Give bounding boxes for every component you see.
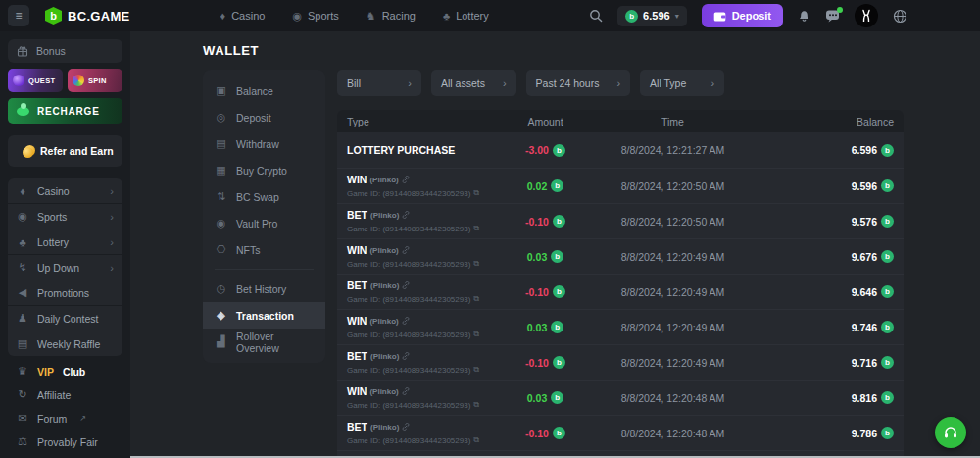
cell-amount: 0.03 b xyxy=(494,321,597,333)
copy-icon[interactable]: ⧉ xyxy=(473,330,479,339)
filter-dropdown[interactable]: Bill › xyxy=(337,70,421,96)
copy-icon[interactable]: ⧉ xyxy=(473,400,479,410)
link-icon[interactable] xyxy=(402,246,410,254)
notifications-button[interactable] xyxy=(798,9,810,23)
cell-type: WIN (Plinko) Game ID: (89144089344423052… xyxy=(347,315,494,339)
sidebar-item-forum[interactable]: ✉Forum↗ xyxy=(8,407,122,430)
column-header-balance: Balance xyxy=(749,116,894,127)
table-row[interactable]: BET (Plinko) Game ID: (89144089344423052… xyxy=(337,274,904,309)
cell-time: 8/8/2024, 12:20:49 AM xyxy=(597,251,749,263)
brand-logo[interactable]: b BC.GAME xyxy=(45,7,130,25)
sidebar-item-weekly-raffle[interactable]: ▤Weekly Raffle xyxy=(8,331,122,356)
copy-icon[interactable]: ⧉ xyxy=(473,259,479,269)
link-icon[interactable] xyxy=(402,281,410,289)
support-button[interactable] xyxy=(935,417,966,448)
table-row[interactable]: LOTTERY PURCHASE ⧉ -3.00 b 8/8/2024, 12:… xyxy=(337,132,904,168)
refer-and-earn-button[interactable]: Refer and Earn xyxy=(8,135,122,167)
wallet-nav-rollover-overview[interactable]: ▟Rollover Overview xyxy=(203,329,325,355)
sidebar-item-provably-fair[interactable]: ⚖Provably Fair xyxy=(8,431,122,453)
copy-icon[interactable]: ⧉ xyxy=(473,435,479,445)
sidebar-item-up-down[interactable]: ↯Up Down› xyxy=(8,255,122,280)
sidebar-item-label: Daily Contest xyxy=(37,313,98,325)
link-icon[interactable] xyxy=(402,387,410,395)
casino-icon: ♦ xyxy=(220,10,226,22)
game-name: (Plinko) xyxy=(369,176,398,184)
wallet-nav-bc-swap[interactable]: ⇅BC Swap xyxy=(203,183,325,210)
sidebar-item-label: Provably Fair xyxy=(37,436,98,448)
recharge-button[interactable]: RECHARGE xyxy=(8,98,122,124)
nav-casino[interactable]: ♦Casino xyxy=(220,10,266,23)
copy-icon[interactable]: ⧉ xyxy=(473,188,479,198)
table-row[interactable]: WIN (Plinko) Game ID: (89144089344423052… xyxy=(337,168,904,203)
divider xyxy=(215,269,314,270)
filter-dropdown[interactable]: Past 24 hours › xyxy=(526,70,630,96)
sidebar-menu: ♦Casino› ◉Sports› ♣Lottery› ↯Up Down› ◀P… xyxy=(8,178,122,356)
wallet-nav-bet-history[interactable]: ◷Bet History xyxy=(203,276,325,302)
sidebar-item-affiliate[interactable]: ↻Affiliate xyxy=(8,383,122,406)
deposit-label: Deposit xyxy=(732,10,771,22)
nav-racing[interactable]: ♞Racing xyxy=(367,10,416,23)
chevron-right-icon: › xyxy=(110,262,114,274)
buy-crypto-icon: ▦ xyxy=(215,164,227,177)
deposit-button[interactable]: Deposit xyxy=(702,4,783,27)
notification-dot xyxy=(837,7,843,13)
top-bar: ≡ b BC.GAME ♦Casino ◉Sports ♞Racing ♣Lot… xyxy=(0,0,980,31)
wallet-nav-buy-crypto[interactable]: ▦Buy Crypto xyxy=(203,157,325,183)
game-name: (Plinko) xyxy=(369,387,398,396)
chevron-down-icon: ▾ xyxy=(675,12,679,21)
copy-icon[interactable]: ⧉ xyxy=(473,365,479,375)
contest-icon: ♟ xyxy=(17,312,28,325)
table-row[interactable]: BET (Plinko) Game ID: (89144089344423052… xyxy=(337,344,904,380)
copy-icon[interactable]: ⧉ xyxy=(473,224,479,233)
wallet-nav-label: BC Swap xyxy=(236,191,279,203)
sidebar-item-casino[interactable]: ♦Casino› xyxy=(8,178,122,203)
sidebar-item-lottery[interactable]: ♣Lottery› xyxy=(8,229,122,254)
transaction-type: LOTTERY PURCHASE xyxy=(347,144,455,156)
avatar[interactable] xyxy=(855,4,878,27)
link-icon[interactable] xyxy=(402,317,410,325)
balance-value: 9.786 xyxy=(852,428,877,439)
table-row[interactable]: WIN (Plinko) Game ID: (89144089344423052… xyxy=(337,380,904,415)
wallet-nav-balance[interactable]: ▣Balance xyxy=(203,77,325,104)
spin-button[interactable]: SPIN xyxy=(68,69,122,92)
wallet-nav-withdraw[interactable]: ▤Withdraw xyxy=(203,130,325,157)
wallet-nav-deposit[interactable]: ◎Deposit xyxy=(203,104,325,130)
quest-button[interactable]: QUEST xyxy=(8,69,63,92)
cell-amount: -0.10 b xyxy=(494,285,597,298)
amount-value: -3.00 xyxy=(525,144,549,156)
wallet-nav-label: Rollover Overview xyxy=(236,331,314,354)
cell-balance: 9.716 b xyxy=(749,356,894,369)
sidebar-item-promotions[interactable]: ◀Promotions xyxy=(8,280,122,305)
nav-lottery[interactable]: ♣Lottery xyxy=(443,10,489,23)
wallet-nav-vault-pro[interactable]: ◉Vault Pro xyxy=(203,210,325,236)
link-icon[interactable] xyxy=(402,352,410,360)
table-row[interactable]: WIN (Plinko) Game ID: (89144089344423052… xyxy=(337,238,904,274)
sidebar-item-daily-contest[interactable]: ♟Daily Contest xyxy=(8,306,122,331)
table-row[interactable]: BET (Plinko) Game ID: (89144089344423052… xyxy=(337,415,904,450)
table-row[interactable]: WIN (Plinko) Game ID: (89144089344423052… xyxy=(337,309,904,344)
link-icon[interactable] xyxy=(402,423,410,431)
filter-dropdown[interactable]: All Type › xyxy=(640,70,724,96)
balance-selector[interactable]: b 6.596 ▾ xyxy=(617,6,687,26)
wallet-nav-label: Balance xyxy=(236,85,273,97)
chat-button[interactable] xyxy=(825,9,840,23)
language-button[interactable] xyxy=(893,9,907,24)
hamburger-menu-button[interactable]: ≡ xyxy=(8,5,29,26)
link-icon[interactable] xyxy=(402,211,410,219)
bonus-button[interactable]: Bonus xyxy=(8,39,122,63)
sidebar-item-vip-club[interactable]: ♛VIPClub xyxy=(8,360,122,382)
table-row[interactable]: BET (Plinko) Game ID: (89144089344423052… xyxy=(337,203,904,238)
coin-icon: b xyxy=(553,285,565,298)
wallet-nav-nfts[interactable]: ⎔NFTs xyxy=(203,236,325,263)
nav-sports[interactable]: ◉Sports xyxy=(292,10,338,23)
wallet-nav-transaction[interactable]: ◈Transaction xyxy=(203,302,325,329)
cell-type: WIN (Plinko) Game ID: (89144089344423052… xyxy=(347,385,494,410)
bonus-label: Bonus xyxy=(36,45,66,57)
cell-time: 8/8/2024, 12:20:50 AM xyxy=(597,216,749,228)
copy-icon[interactable]: ⧉ xyxy=(473,294,479,304)
search-button[interactable] xyxy=(589,9,603,23)
cell-time: 8/8/2024, 12:20:48 AM xyxy=(597,428,749,439)
sidebar-item-sports[interactable]: ◉Sports› xyxy=(8,204,122,229)
filter-dropdown[interactable]: All assets › xyxy=(431,70,516,96)
link-icon[interactable] xyxy=(402,176,410,183)
